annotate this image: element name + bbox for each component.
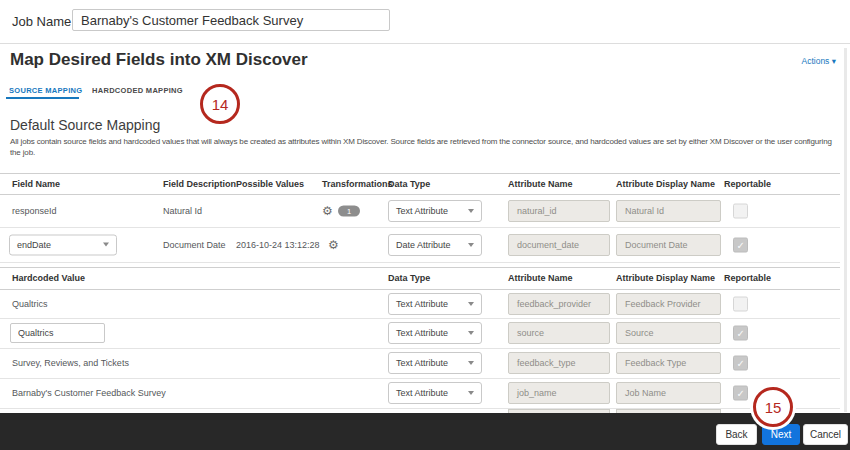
col-header-attribute-name: Attribute Name — [508, 179, 573, 189]
col-header-attribute-name: Attribute Name — [508, 273, 573, 283]
hardcoded-table-header-row: Hardcoded Value Data Type Attribute Name… — [0, 267, 850, 289]
annotation-step-14-number: 14 — [212, 96, 229, 113]
actions-menu-button[interactable]: Actions ▾ — [801, 56, 836, 66]
job-name-input[interactable] — [72, 9, 390, 31]
active-tab-underline — [6, 97, 79, 99]
annotation-step-15-number: 15 — [765, 399, 782, 416]
col-header-hardcoded-value: Hardcoded Value — [12, 273, 85, 283]
attribute-display-name-field: Natural Id — [616, 200, 721, 222]
chevron-down-icon — [103, 243, 109, 247]
field-description-text: Document Date — [163, 240, 226, 250]
hardcoded-value-text: Survey, Reviews, and Tickets — [12, 358, 129, 368]
field-description-text: Natural Id — [163, 206, 202, 216]
transformations-gear-icon[interactable]: ⚙ — [322, 205, 333, 217]
hardcoded-row-job-name: Barnaby's Customer Feedback Survey Text … — [0, 378, 850, 408]
col-header-reportable: Reportable — [724, 273, 771, 283]
transformations-gear-icon[interactable]: ⚙ — [328, 239, 339, 251]
col-header-data-type: Data Type — [388, 273, 430, 283]
data-type-select-value: Text Attribute — [396, 358, 448, 368]
field-name-text: responseId — [12, 206, 57, 216]
job-name-label: Job Name — [12, 14, 71, 29]
col-header-reportable: Reportable — [724, 179, 771, 189]
attribute-display-name-field: Feedback Type — [616, 352, 721, 374]
top-divider — [0, 43, 850, 44]
data-type-select[interactable]: Text Attribute — [388, 293, 482, 315]
footer-bar: Back Next Cancel — [0, 413, 850, 450]
cancel-button[interactable]: Cancel — [803, 424, 848, 445]
hardcoded-value-text: Qualtrics — [12, 299, 48, 309]
source-table-bottom-border — [0, 262, 840, 263]
source-table-header-row: Field Name Field Description Possible Va… — [0, 173, 850, 194]
chevron-down-icon — [468, 331, 474, 335]
hardcoded-value-text: Barnaby's Customer Feedback Survey — [12, 388, 166, 398]
next-button[interactable]: Next — [762, 424, 800, 445]
reportable-checkbox[interactable] — [733, 203, 748, 218]
source-row-enddate: endDate Document Date 2016-10-24 13:12:2… — [0, 227, 850, 262]
source-row-responseid: responseId Natural Id ⚙ 1 Text Attribute… — [0, 194, 850, 227]
col-header-attribute-display-name: Attribute Display Name — [616, 179, 715, 189]
attribute-name-field: job_name — [508, 382, 610, 404]
reportable-checkbox[interactable] — [733, 326, 748, 341]
possible-values-text: 2016-10-24 13:12:28 — [236, 240, 320, 250]
hardcoded-row-feedback-type: Survey, Reviews, and Tickets Text Attrib… — [0, 348, 850, 378]
attribute-display-name-field: Feedback Provider — [616, 293, 721, 315]
reportable-checkbox[interactable] — [733, 386, 748, 401]
data-type-select-value: Text Attribute — [396, 299, 448, 309]
attribute-display-name-field: Source — [616, 322, 721, 344]
col-header-field-description: Field Description — [163, 179, 236, 189]
data-type-select[interactable]: Text Attribute — [388, 200, 482, 222]
attribute-name-field: natural_id — [508, 200, 610, 222]
data-type-select-value: Text Attribute — [396, 328, 448, 338]
connector-setup-page: Job Name Map Desired Fields into XM Disc… — [0, 0, 850, 450]
col-header-transformations: Transformations — [322, 179, 393, 189]
col-header-attribute-display-name: Attribute Display Name — [616, 273, 715, 283]
data-type-select-value: Text Attribute — [396, 388, 448, 398]
scrollbar[interactable] — [844, 48, 847, 412]
data-type-select[interactable]: Date Attribute — [388, 234, 482, 256]
field-name-select-value: endDate — [17, 240, 51, 250]
field-name-select[interactable]: endDate — [9, 234, 117, 255]
data-type-select[interactable]: Text Attribute — [388, 352, 482, 374]
chevron-down-icon — [468, 361, 474, 365]
data-type-select-value: Text Attribute — [396, 206, 448, 216]
section-title: Default Source Mapping — [10, 117, 160, 133]
col-header-data-type: Data Type — [388, 179, 430, 189]
data-type-select[interactable]: Text Attribute — [388, 322, 482, 344]
hardcoded-row-source: Text Attribute source Source — [0, 318, 850, 348]
annotation-step-15: 15 — [753, 387, 793, 427]
reportable-checkbox[interactable] — [733, 356, 748, 371]
attribute-display-name-field: Job Name — [616, 382, 721, 404]
tab-hardcoded-mapping[interactable]: HARDCODED MAPPING — [92, 86, 183, 95]
data-type-select-value: Date Attribute — [396, 240, 451, 250]
chevron-down-icon — [468, 391, 474, 395]
tab-source-mapping[interactable]: SOURCE MAPPING — [9, 86, 82, 95]
back-button[interactable]: Back — [716, 424, 757, 445]
chevron-down-icon — [468, 243, 474, 247]
transformations-count-badge: 1 — [338, 205, 360, 216]
attribute-name-field: feedback_type — [508, 352, 610, 374]
page-title: Map Desired Fields into XM Discover — [10, 50, 308, 70]
attribute-name-field: feedback_provider — [508, 293, 610, 315]
hardcoded-value-input[interactable] — [10, 323, 105, 343]
annotation-step-14: 14 — [200, 84, 240, 124]
data-type-select[interactable]: Text Attribute — [388, 382, 482, 404]
section-description: All jobs contain source fields and hardc… — [10, 137, 840, 158]
col-header-field-name: Field Name — [12, 179, 60, 189]
reportable-checkbox[interactable] — [733, 296, 748, 311]
reportable-checkbox[interactable] — [733, 237, 748, 252]
hardcoded-row-feedback-provider: Qualtrics Text Attribute feedback_provid… — [0, 289, 850, 318]
attribute-name-field: source — [508, 322, 610, 344]
attribute-name-field: document_date — [508, 234, 610, 256]
attribute-display-name-field: Document Date — [616, 234, 721, 256]
chevron-down-icon — [468, 209, 474, 213]
col-header-possible-values: Possible Values — [236, 179, 304, 189]
chevron-down-icon — [468, 302, 474, 306]
